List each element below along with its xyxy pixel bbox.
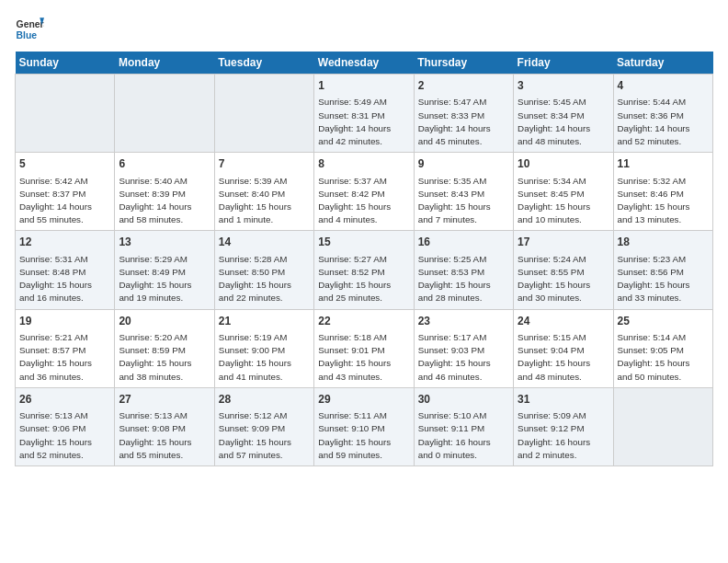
- calendar-cell: 20Sunrise: 5:20 AM Sunset: 8:59 PM Dayli…: [115, 309, 214, 387]
- svg-text:Blue: Blue: [17, 30, 38, 40]
- weekday-header-wednesday: Wednesday: [314, 52, 414, 75]
- weekday-header-monday: Monday: [115, 52, 214, 75]
- day-number: 23: [418, 314, 509, 329]
- day-info: Sunrise: 5:14 AM Sunset: 9:05 PM Dayligh…: [618, 331, 709, 384]
- day-info: Sunrise: 5:13 AM Sunset: 9:06 PM Dayligh…: [19, 409, 110, 462]
- weekday-header-row: SundayMondayTuesdayWednesdayThursdayFrid…: [16, 52, 713, 75]
- day-info: Sunrise: 5:23 AM Sunset: 8:56 PM Dayligh…: [618, 253, 709, 305]
- day-info: Sunrise: 5:18 AM Sunset: 9:01 PM Dayligh…: [318, 331, 409, 384]
- day-info: Sunrise: 5:11 AM Sunset: 9:10 PM Dayligh…: [318, 409, 409, 462]
- day-info: Sunrise: 5:28 AM Sunset: 8:50 PM Dayligh…: [219, 253, 310, 305]
- day-info: Sunrise: 5:44 AM Sunset: 8:36 PM Dayligh…: [618, 96, 709, 148]
- calendar-cell: 25Sunrise: 5:14 AM Sunset: 9:05 PM Dayli…: [613, 309, 712, 387]
- day-info: Sunrise: 5:42 AM Sunset: 8:37 PM Dayligh…: [19, 175, 110, 227]
- calendar-cell: 9Sunrise: 5:35 AM Sunset: 8:43 PM Daylig…: [414, 153, 513, 231]
- calendar-cell: 21Sunrise: 5:19 AM Sunset: 9:00 PM Dayli…: [214, 309, 313, 387]
- day-number: 12: [19, 235, 110, 250]
- day-info: Sunrise: 5:34 AM Sunset: 8:45 PM Dayligh…: [518, 175, 609, 227]
- calendar-cell: 6Sunrise: 5:40 AM Sunset: 8:39 PM Daylig…: [115, 153, 214, 231]
- calendar-cell: 19Sunrise: 5:21 AM Sunset: 8:57 PM Dayli…: [16, 309, 115, 387]
- day-number: 2: [418, 78, 509, 94]
- day-info: Sunrise: 5:37 AM Sunset: 8:42 PM Dayligh…: [318, 175, 409, 227]
- day-number: 6: [119, 156, 210, 172]
- day-info: Sunrise: 5:15 AM Sunset: 9:04 PM Dayligh…: [518, 331, 609, 384]
- day-number: 10: [518, 156, 609, 172]
- day-number: 11: [618, 156, 709, 172]
- svg-text:General: General: [17, 19, 44, 29]
- calendar-body: 1Sunrise: 5:49 AM Sunset: 8:31 PM Daylig…: [16, 75, 713, 466]
- day-info: Sunrise: 5:49 AM Sunset: 8:31 PM Dayligh…: [318, 96, 409, 148]
- calendar-cell: 7Sunrise: 5:39 AM Sunset: 8:40 PM Daylig…: [214, 153, 313, 231]
- day-number: 25: [618, 314, 709, 329]
- calendar-week-row: 5Sunrise: 5:42 AM Sunset: 8:37 PM Daylig…: [16, 153, 713, 231]
- calendar-cell: 30Sunrise: 5:10 AM Sunset: 9:11 PM Dayli…: [414, 387, 513, 465]
- day-info: Sunrise: 5:10 AM Sunset: 9:11 PM Dayligh…: [418, 409, 509, 462]
- calendar-cell: 13Sunrise: 5:29 AM Sunset: 8:49 PM Dayli…: [115, 231, 214, 309]
- day-info: Sunrise: 5:12 AM Sunset: 9:09 PM Dayligh…: [219, 409, 310, 462]
- calendar-cell: 23Sunrise: 5:17 AM Sunset: 9:03 PM Dayli…: [414, 309, 513, 387]
- calendar-cell: [214, 75, 313, 153]
- calendar-table: SundayMondayTuesdayWednesdayThursdayFrid…: [15, 52, 713, 466]
- calendar-cell: 28Sunrise: 5:12 AM Sunset: 9:09 PM Dayli…: [214, 387, 313, 465]
- weekday-header-thursday: Thursday: [414, 52, 513, 75]
- day-number: 8: [318, 156, 409, 172]
- day-info: Sunrise: 5:31 AM Sunset: 8:48 PM Dayligh…: [19, 253, 110, 305]
- calendar-cell: 2Sunrise: 5:47 AM Sunset: 8:33 PM Daylig…: [414, 75, 513, 153]
- calendar-cell: 1Sunrise: 5:49 AM Sunset: 8:31 PM Daylig…: [314, 75, 414, 153]
- day-info: Sunrise: 5:40 AM Sunset: 8:39 PM Dayligh…: [119, 175, 210, 227]
- day-number: 17: [518, 235, 609, 250]
- day-number: 21: [219, 314, 310, 329]
- day-info: Sunrise: 5:19 AM Sunset: 9:00 PM Dayligh…: [219, 331, 310, 384]
- calendar-week-row: 12Sunrise: 5:31 AM Sunset: 8:48 PM Dayli…: [16, 231, 713, 309]
- day-number: 3: [518, 78, 609, 94]
- weekday-header-tuesday: Tuesday: [214, 52, 313, 75]
- calendar-cell: 29Sunrise: 5:11 AM Sunset: 9:10 PM Dayli…: [314, 387, 414, 465]
- calendar-cell: 16Sunrise: 5:25 AM Sunset: 8:53 PM Dayli…: [414, 231, 513, 309]
- day-info: Sunrise: 5:17 AM Sunset: 9:03 PM Dayligh…: [418, 331, 509, 384]
- day-number: 5: [19, 156, 110, 172]
- day-info: Sunrise: 5:29 AM Sunset: 8:49 PM Dayligh…: [119, 253, 210, 305]
- calendar-cell: 18Sunrise: 5:23 AM Sunset: 8:56 PM Dayli…: [613, 231, 712, 309]
- weekday-header-saturday: Saturday: [613, 52, 712, 75]
- day-info: Sunrise: 5:21 AM Sunset: 8:57 PM Dayligh…: [19, 331, 110, 384]
- calendar-cell: 4Sunrise: 5:44 AM Sunset: 8:36 PM Daylig…: [613, 75, 712, 153]
- calendar-cell: 22Sunrise: 5:18 AM Sunset: 9:01 PM Dayli…: [314, 309, 414, 387]
- day-number: 26: [19, 392, 110, 408]
- day-number: 13: [119, 235, 210, 250]
- logo: General Blue: [15, 15, 44, 44]
- calendar-cell: 10Sunrise: 5:34 AM Sunset: 8:45 PM Dayli…: [514, 153, 613, 231]
- calendar-week-row: 19Sunrise: 5:21 AM Sunset: 8:57 PM Dayli…: [16, 309, 713, 387]
- day-info: Sunrise: 5:25 AM Sunset: 8:53 PM Dayligh…: [418, 253, 509, 305]
- calendar-cell: 17Sunrise: 5:24 AM Sunset: 8:55 PM Dayli…: [514, 231, 613, 309]
- day-number: 18: [618, 235, 709, 250]
- day-number: 4: [618, 78, 709, 94]
- weekday-header-sunday: Sunday: [16, 52, 115, 75]
- day-number: 24: [518, 314, 609, 329]
- calendar-cell: 14Sunrise: 5:28 AM Sunset: 8:50 PM Dayli…: [214, 231, 313, 309]
- day-number: 16: [418, 235, 509, 250]
- day-info: Sunrise: 5:24 AM Sunset: 8:55 PM Dayligh…: [518, 253, 609, 305]
- day-info: Sunrise: 5:09 AM Sunset: 9:12 PM Dayligh…: [518, 409, 609, 462]
- calendar-cell: 27Sunrise: 5:13 AM Sunset: 9:08 PM Dayli…: [115, 387, 214, 465]
- calendar-cell: 15Sunrise: 5:27 AM Sunset: 8:52 PM Dayli…: [314, 231, 414, 309]
- weekday-header-friday: Friday: [514, 52, 613, 75]
- calendar-cell: 26Sunrise: 5:13 AM Sunset: 9:06 PM Dayli…: [16, 387, 115, 465]
- day-number: 7: [219, 156, 310, 172]
- day-number: 31: [518, 392, 609, 408]
- day-number: 19: [19, 314, 110, 329]
- day-number: 15: [318, 235, 409, 250]
- day-info: Sunrise: 5:27 AM Sunset: 8:52 PM Dayligh…: [318, 253, 409, 305]
- calendar-cell: 11Sunrise: 5:32 AM Sunset: 8:46 PM Dayli…: [613, 153, 712, 231]
- day-info: Sunrise: 5:32 AM Sunset: 8:46 PM Dayligh…: [618, 175, 709, 227]
- day-info: Sunrise: 5:20 AM Sunset: 8:59 PM Dayligh…: [119, 331, 210, 384]
- calendar-header: SundayMondayTuesdayWednesdayThursdayFrid…: [16, 52, 713, 75]
- calendar-cell: 12Sunrise: 5:31 AM Sunset: 8:48 PM Dayli…: [16, 231, 115, 309]
- page-header: General Blue: [15, 15, 713, 44]
- logo-icon: General Blue: [15, 15, 44, 44]
- day-number: 22: [318, 314, 409, 329]
- calendar-cell: 31Sunrise: 5:09 AM Sunset: 9:12 PM Dayli…: [514, 387, 613, 465]
- day-info: Sunrise: 5:13 AM Sunset: 9:08 PM Dayligh…: [119, 409, 210, 462]
- calendar-cell: [613, 387, 712, 465]
- calendar-cell: 5Sunrise: 5:42 AM Sunset: 8:37 PM Daylig…: [16, 153, 115, 231]
- day-info: Sunrise: 5:39 AM Sunset: 8:40 PM Dayligh…: [219, 175, 310, 227]
